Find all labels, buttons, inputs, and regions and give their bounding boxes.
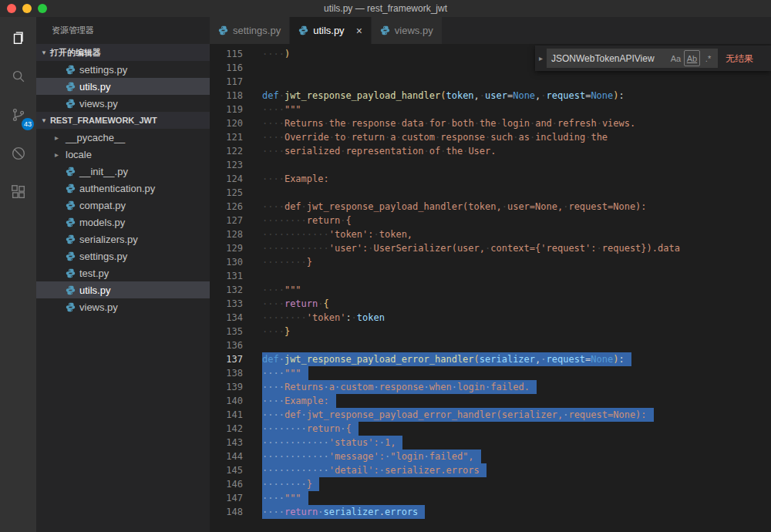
tree-item-__pycache__[interactable]: ▸__pycache__ <box>36 129 210 146</box>
line-number[interactable]: 116 <box>210 61 243 75</box>
zoom-window-button[interactable] <box>38 4 47 13</box>
folder-section-header[interactable]: ▼ REST_FRAMEWORK_JWT <box>36 112 210 129</box>
tab-close-icon[interactable]: × <box>356 25 362 36</box>
line-number[interactable]: 146 <box>210 477 243 491</box>
toggle-replace-icon[interactable]: ▸ <box>535 52 547 66</box>
tree-item-serializers.py[interactable]: serializers.py <box>36 231 210 247</box>
line-number[interactable]: 131 <box>210 269 243 283</box>
code-line-136[interactable]: 136 <box>210 338 771 352</box>
code-line-119[interactable]: 119····""" <box>210 103 771 116</box>
code-line-137[interactable]: 137def·jwt_response_payload_error_handle… <box>210 352 771 366</box>
code-line-117[interactable]: 117 <box>210 75 771 89</box>
whole-word-icon[interactable]: Ab <box>684 50 700 66</box>
line-number[interactable]: 126 <box>210 200 243 214</box>
tree-item-utils.py[interactable]: utils.py <box>36 281 210 298</box>
code-line-147[interactable]: 147····""" <box>210 491 771 505</box>
line-number[interactable]: 123 <box>210 158 243 172</box>
code-line-145[interactable]: 145············'detail':·serializer.erro… <box>210 463 771 477</box>
tree-item-locale[interactable]: ▸locale <box>36 146 210 163</box>
code-line-123[interactable]: 123 <box>210 158 771 172</box>
line-number[interactable]: 129 <box>210 241 243 255</box>
code-line-118[interactable]: 118def·jwt_response_payload_handler(toke… <box>210 89 771 103</box>
activity-source-control[interactable]: 43 <box>0 96 36 134</box>
line-number[interactable]: 117 <box>210 75 243 89</box>
code-line-126[interactable]: 126····def·jwt_response_payload_handler(… <box>210 200 771 214</box>
open-editor-settings.py[interactable]: settings.py <box>36 61 210 78</box>
code-line-144[interactable]: 144············'message':·"login·failed"… <box>210 450 771 463</box>
match-case-icon[interactable]: Aa <box>668 50 684 66</box>
code-line-121[interactable]: 121····Override·to·return·a·custom·respo… <box>210 130 771 144</box>
tab-views.py[interactable]: views.py <box>372 17 443 44</box>
activity-search[interactable] <box>0 57 36 96</box>
open-editor-utils.py[interactable]: utils.py <box>36 78 210 95</box>
line-number[interactable]: 145 <box>210 463 243 477</box>
line-number[interactable]: 141 <box>210 408 243 422</box>
line-number[interactable]: 136 <box>210 338 243 352</box>
code-line-129[interactable]: 129············'user':·UserSerializer(us… <box>210 241 771 255</box>
code-editor[interactable]: ▸ Aa Ab .* 无结果 115····)116117118def·jwt_… <box>210 44 771 532</box>
close-window-button[interactable] <box>7 4 16 13</box>
code-line-124[interactable]: 124····Example: <box>210 172 771 186</box>
line-number[interactable]: 138 <box>210 366 243 380</box>
line-number[interactable]: 121 <box>210 130 243 144</box>
code-line-135[interactable]: 135····} <box>210 325 771 338</box>
line-number[interactable]: 132 <box>210 283 243 297</box>
activity-explorer[interactable] <box>0 19 36 57</box>
line-number[interactable]: 130 <box>210 255 243 269</box>
tree-item-views.py[interactable]: views.py <box>36 298 210 315</box>
line-number[interactable]: 120 <box>210 116 243 130</box>
tree-item-settings.py[interactable]: settings.py <box>36 247 210 264</box>
code-line-140[interactable]: 140····Example: <box>210 394 771 408</box>
activity-extensions[interactable] <box>0 173 36 211</box>
tree-item-__init__.py[interactable]: __init__.py <box>36 163 210 180</box>
line-number[interactable]: 122 <box>210 144 243 158</box>
tab-settings.py[interactable]: settings.py <box>210 17 290 44</box>
code-line-142[interactable]: 142········return·{ <box>210 422 771 436</box>
code-line-125[interactable]: 125 <box>210 186 771 200</box>
code-line-130[interactable]: 130········} <box>210 255 771 269</box>
line-number[interactable]: 144 <box>210 450 243 463</box>
code-line-120[interactable]: 120····Returns·the·response·data·for·bot… <box>210 116 771 130</box>
line-number[interactable]: 140 <box>210 394 243 408</box>
line-number[interactable]: 124 <box>210 172 243 186</box>
find-input[interactable] <box>551 53 656 64</box>
line-number[interactable]: 135 <box>210 325 243 338</box>
open-editor-views.py[interactable]: views.py <box>36 95 210 112</box>
line-number[interactable]: 147 <box>210 491 243 505</box>
line-number[interactable]: 127 <box>210 214 243 227</box>
line-number[interactable]: 115 <box>210 47 243 61</box>
line-number[interactable]: 125 <box>210 186 243 200</box>
code-line-138[interactable]: 138····""" <box>210 366 771 380</box>
code-line-133[interactable]: 133····return·{ <box>210 297 771 311</box>
line-number[interactable]: 137 <box>210 352 243 366</box>
code-line-132[interactable]: 132····""" <box>210 283 771 297</box>
tree-item-authentication.py[interactable]: authentication.py <box>36 180 210 197</box>
code-line-128[interactable]: 128············'token':·token, <box>210 227 771 241</box>
code-line-134[interactable]: 134········'token':·token <box>210 311 771 325</box>
code-line-141[interactable]: 141····def·jwt_response_payload_error_ha… <box>210 408 771 422</box>
code-line-146[interactable]: 146········} <box>210 477 771 491</box>
tree-item-models.py[interactable]: models.py <box>36 214 210 231</box>
tree-item-compat.py[interactable]: compat.py <box>36 197 210 214</box>
open-editors-header[interactable]: ▼ 打开的编辑器 <box>36 44 210 61</box>
line-number[interactable]: 118 <box>210 89 243 103</box>
minimize-window-button[interactable] <box>22 4 32 13</box>
line-number[interactable]: 133 <box>210 297 243 311</box>
line-number[interactable]: 139 <box>210 380 243 394</box>
code-line-131[interactable]: 131 <box>210 269 771 283</box>
line-number[interactable]: 128 <box>210 227 243 241</box>
code-line-148[interactable]: 148····return·serializer.errors <box>210 505 771 519</box>
line-number[interactable]: 143 <box>210 436 243 450</box>
tree-item-test.py[interactable]: test.py <box>36 264 210 281</box>
code-line-122[interactable]: 122····serialized·representation·of·the·… <box>210 144 771 158</box>
code-line-143[interactable]: 143············'status':·1, <box>210 436 771 450</box>
line-number[interactable]: 119 <box>210 103 243 116</box>
regex-icon[interactable]: .* <box>700 50 716 66</box>
code-line-127[interactable]: 127········return·{ <box>210 214 771 227</box>
tab-utils.py[interactable]: utils.py× <box>290 17 372 44</box>
line-number[interactable]: 148 <box>210 505 243 519</box>
line-number[interactable]: 142 <box>210 422 243 436</box>
line-number[interactable]: 134 <box>210 311 243 325</box>
code-line-139[interactable]: 139····Returns·a·custom·response·when·lo… <box>210 380 771 394</box>
activity-debug[interactable] <box>0 134 36 173</box>
